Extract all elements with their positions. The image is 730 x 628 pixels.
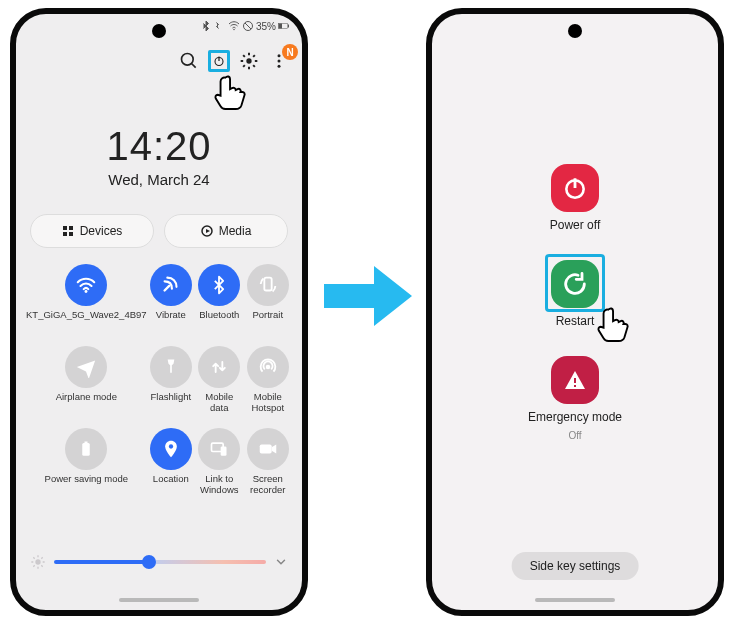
svg-rect-11 xyxy=(63,226,67,230)
battery-text: 35% xyxy=(256,21,276,32)
devices-label: Devices xyxy=(80,224,123,238)
svg-point-0 xyxy=(233,29,235,31)
svg-rect-19 xyxy=(83,443,91,456)
brightness-thumb[interactable] xyxy=(142,555,156,569)
gear-icon[interactable] xyxy=(238,50,260,72)
toggle-power-saving[interactable]: Power saving mode xyxy=(26,428,147,496)
devices-button[interactable]: Devices xyxy=(30,214,154,248)
hw-power-button[interactable] xyxy=(307,202,308,254)
phone-quick-panel: 35% N 14:20 Wed, March 24 xyxy=(10,8,308,616)
toggle-bluetooth[interactable]: Bluetooth xyxy=(195,264,243,332)
front-camera xyxy=(152,24,166,38)
vibrate-icon xyxy=(214,20,226,32)
svg-rect-23 xyxy=(221,447,227,456)
svg-rect-3 xyxy=(279,24,283,29)
svg-rect-20 xyxy=(85,442,88,444)
svg-point-9 xyxy=(278,60,281,63)
svg-point-10 xyxy=(278,65,281,68)
emergency-sublabel: Off xyxy=(568,430,581,441)
svg-point-8 xyxy=(278,54,281,57)
battery-icon xyxy=(278,20,290,32)
brightness-slider[interactable] xyxy=(30,554,288,570)
phone-power-menu: Power off Restart Emergency mode Off xyxy=(426,8,724,616)
svg-point-18 xyxy=(265,365,270,370)
toggle-location[interactable]: Location xyxy=(147,428,195,496)
quick-toggle-grid: KT_GiGA_5G_Wave2_4B97 Vibrate Bluetooth … xyxy=(26,264,292,496)
power-off-button[interactable]: Power off xyxy=(550,164,600,232)
no-sim-icon xyxy=(242,20,254,32)
restart-label: Restart xyxy=(556,314,595,328)
svg-rect-27 xyxy=(574,378,576,383)
home-indicator[interactable] xyxy=(535,598,615,602)
notification-badge: N xyxy=(282,44,298,60)
clock-block: 14:20 Wed, March 24 xyxy=(106,124,211,188)
svg-point-21 xyxy=(169,444,173,448)
restart-button[interactable]: Restart xyxy=(551,260,599,328)
overflow-menu-icon[interactable]: N xyxy=(268,50,290,72)
pointer-cursor-icon xyxy=(212,72,250,110)
arrow-step-icon xyxy=(320,260,416,336)
svg-rect-12 xyxy=(69,226,73,230)
svg-rect-28 xyxy=(574,385,576,387)
toggle-airplane[interactable]: Airplane mode xyxy=(26,346,147,414)
media-button[interactable]: Media xyxy=(164,214,288,248)
svg-point-7 xyxy=(246,58,251,63)
side-key-settings-button[interactable]: Side key settings xyxy=(512,552,639,580)
chevron-down-icon[interactable] xyxy=(274,555,288,569)
svg-rect-17 xyxy=(264,278,271,291)
toggle-portrait[interactable]: Portrait xyxy=(244,264,292,332)
warning-icon xyxy=(563,368,587,392)
status-bar: 35% xyxy=(200,20,290,32)
svg-rect-4 xyxy=(288,25,289,28)
toggle-flashlight[interactable]: Flashlight xyxy=(147,346,195,414)
search-icon[interactable] xyxy=(178,50,200,72)
svg-point-25 xyxy=(35,559,40,564)
front-camera xyxy=(568,24,582,38)
pointer-cursor-icon xyxy=(595,304,633,342)
toggle-mobile-data[interactable]: Mobile data xyxy=(195,346,243,414)
svg-point-5 xyxy=(182,54,194,66)
bluetooth-icon xyxy=(200,20,212,32)
home-indicator[interactable] xyxy=(119,598,199,602)
date-text: Wed, March 24 xyxy=(106,171,211,188)
svg-point-16 xyxy=(85,290,88,293)
brightness-icon xyxy=(30,554,46,570)
toggle-wifi[interactable]: KT_GiGA_5G_Wave2_4B97 xyxy=(26,264,147,332)
toggle-vibrate[interactable]: Vibrate xyxy=(147,264,195,332)
brightness-track[interactable] xyxy=(54,560,266,564)
svg-rect-13 xyxy=(63,232,67,236)
media-label: Media xyxy=(219,224,252,238)
time-text: 14:20 xyxy=(106,124,211,169)
toggle-link-windows[interactable]: Link to Windows xyxy=(195,428,243,496)
svg-rect-24 xyxy=(260,444,272,453)
power-off-label: Power off xyxy=(550,218,600,232)
quick-panel-topbar: N xyxy=(178,50,290,72)
power-icon[interactable] xyxy=(208,50,230,72)
toggle-hotspot[interactable]: Mobile Hotspot xyxy=(244,346,292,414)
svg-rect-14 xyxy=(69,232,73,236)
emergency-mode-button[interactable]: Emergency mode Off xyxy=(528,356,622,441)
toggle-screen-recorder[interactable]: Screen recorder xyxy=(244,428,292,496)
emergency-label: Emergency mode xyxy=(528,410,622,424)
wifi-icon xyxy=(228,20,240,32)
hw-power-button[interactable] xyxy=(723,202,724,254)
power-icon xyxy=(562,175,588,201)
